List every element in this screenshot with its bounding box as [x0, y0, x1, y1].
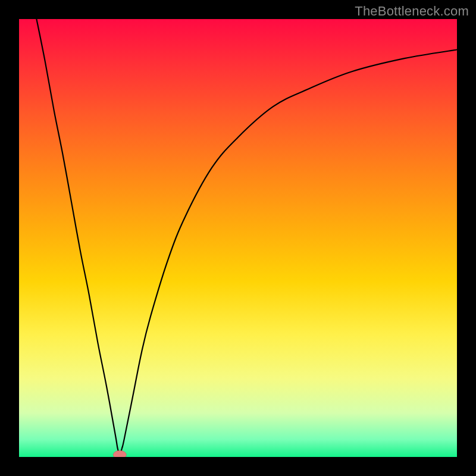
- curve-layer: [19, 19, 457, 457]
- bottleneck-curve: [36, 19, 457, 455]
- watermark-text: TheBottleneck.com: [355, 4, 469, 19]
- plot-area: [19, 19, 457, 457]
- chart-frame: TheBottleneck.com: [0, 0, 476, 476]
- minimum-marker: [113, 450, 126, 457]
